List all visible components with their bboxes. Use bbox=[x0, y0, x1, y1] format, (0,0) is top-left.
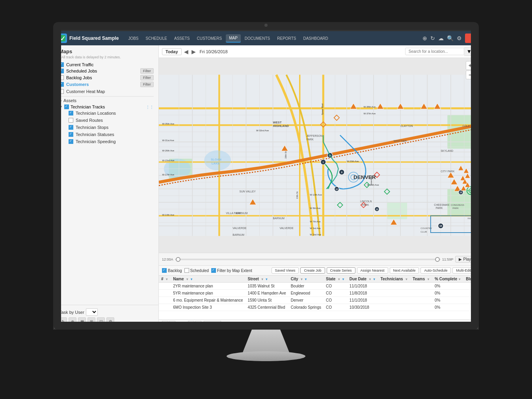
svg-text:VILLA PARK: VILLA PARK bbox=[226, 212, 241, 214]
col-state[interactable]: State ▼ ▼ bbox=[324, 276, 347, 283]
jobs-toolbar: Backlog Scheduled Filter by Map Extent bbox=[159, 266, 478, 276]
svg-text:BARNUM: BARNUM bbox=[273, 217, 285, 220]
map-zoom-controls: + − bbox=[466, 61, 474, 79]
cloud-icon[interactable]: ☁ bbox=[438, 35, 444, 41]
svg-text:W 7th Ave: W 7th Ave bbox=[310, 220, 321, 223]
tech-tracks-checkbox[interactable] bbox=[64, 104, 69, 109]
timeline-thumb-right[interactable] bbox=[435, 257, 440, 262]
tool-expand[interactable]: ⊞ bbox=[87, 317, 95, 325]
backlog-filter-label: Backlog bbox=[168, 268, 182, 273]
svg-text:SUN VALLEY: SUN VALLEY bbox=[239, 190, 256, 193]
sidebar-tools: ✎ ⊕ ▦ ⊞ ◫ ⚙ bbox=[59, 317, 154, 325]
next-page-btn[interactable]: ▶ bbox=[188, 321, 194, 327]
layer-current-traffic: Current Traffic bbox=[59, 62, 154, 67]
settings-icon[interactable]: ⚙ bbox=[457, 35, 462, 41]
col-due-date[interactable]: Due Date ▼ ▼ bbox=[347, 276, 378, 283]
map-extent-checkbox[interactable] bbox=[211, 268, 216, 273]
nav-assets[interactable]: ASSETS bbox=[171, 35, 193, 42]
tech-stops-checkbox[interactable] bbox=[69, 125, 73, 130]
nav-map[interactable]: MAP bbox=[226, 34, 241, 43]
tech-routes-checkbox[interactable] bbox=[69, 118, 73, 123]
scheduled-filter-checkbox[interactable] bbox=[184, 268, 189, 273]
cell-city: Englewood bbox=[288, 290, 324, 297]
first-page-btn[interactable]: ⏮ bbox=[162, 321, 168, 327]
play-btn[interactable]: ▶ Play bbox=[455, 256, 474, 263]
timeline: 12:00A 11:59P ▶ Play bbox=[159, 253, 478, 265]
tech-expand-icon: ▼ bbox=[59, 105, 63, 109]
create-series-btn[interactable]: Create Series bbox=[327, 267, 355, 274]
tech-speeding-checkbox[interactable] bbox=[69, 139, 73, 144]
nav-customers[interactable]: CUSTOMERS bbox=[193, 35, 225, 42]
assets-header[interactable]: ▶ Assets bbox=[59, 98, 154, 103]
layer-backlog-checkbox[interactable] bbox=[59, 75, 64, 80]
timeline-end: 11:59P bbox=[442, 257, 454, 261]
layer-traffic-checkbox[interactable] bbox=[59, 62, 64, 67]
col-city[interactable]: City ▼ ▼ bbox=[288, 276, 324, 283]
zoom-in-btn[interactable]: + bbox=[466, 61, 474, 70]
layer-customers-checkbox[interactable] bbox=[59, 82, 64, 87]
refresh-icon[interactable]: ↻ bbox=[430, 35, 435, 41]
search-icon[interactable]: 🔍 bbox=[447, 35, 454, 41]
jobs-table-wrapper[interactable]: # ▼ Name ▼ ▼ Street ▼ ▼ City ▼ ▼ State ▼… bbox=[159, 276, 478, 319]
task-dropdown[interactable] bbox=[86, 308, 98, 316]
scheduled-filter-btn[interactable]: Filter bbox=[140, 68, 154, 74]
layer-scheduled-checkbox[interactable] bbox=[59, 69, 64, 73]
col-name[interactable]: Name ▼ ▼ bbox=[171, 276, 245, 283]
backlog-filter-btn[interactable]: Filter bbox=[140, 75, 154, 80]
assign-nearest-btn[interactable]: Assign Nearest bbox=[357, 267, 388, 274]
svg-text:BARNUM: BARNUM bbox=[233, 233, 244, 236]
table-row[interactable]: 2YR maintenance plan 1035 Walnut St Boul… bbox=[159, 283, 478, 290]
last-page-btn[interactable]: ⏭ bbox=[195, 321, 201, 327]
nav-jobs[interactable]: JOBS bbox=[125, 35, 141, 42]
nav-dashboard[interactable]: DASHBOARD bbox=[300, 35, 331, 42]
tool-pencil[interactable]: ✎ bbox=[59, 317, 67, 325]
svg-text:COLE: COLE bbox=[463, 125, 470, 127]
tool-add[interactable]: ⊕ bbox=[69, 317, 76, 325]
user-avatar[interactable] bbox=[465, 34, 474, 43]
auto-schedule-btn[interactable]: Auto-Schedule bbox=[420, 267, 451, 274]
table-row[interactable]: 6MO Inspection Site 3 4325 Centennial Bl… bbox=[159, 304, 478, 311]
search-button[interactable]: ▼ bbox=[464, 47, 474, 56]
next-date-btn[interactable]: ▶ bbox=[191, 48, 197, 56]
prev-date-btn[interactable]: ◀ bbox=[183, 48, 189, 56]
layer-customers-label: Customers bbox=[66, 82, 89, 87]
tech-tracks-dots[interactable]: ⋮⋮ bbox=[146, 105, 154, 109]
nav-documents[interactable]: DOCUMENTS bbox=[242, 35, 273, 42]
cell-technicians bbox=[378, 283, 411, 290]
next-available-btn[interactable]: Next Available bbox=[390, 267, 419, 274]
cell-num bbox=[159, 304, 171, 311]
tool-grid[interactable]: ▦ bbox=[78, 317, 86, 325]
multi-edit-btn[interactable]: Multi-Edit bbox=[452, 267, 474, 274]
svg-text:W 3rd Ave: W 3rd Ave bbox=[310, 227, 321, 229]
nav-schedule[interactable]: SCHEDULE bbox=[143, 35, 170, 42]
col-blocked[interactable]: Blocked Reas. bbox=[463, 276, 478, 283]
col-teams[interactable]: Teams ▼ bbox=[410, 276, 432, 283]
col-technicians[interactable]: Technicians ▼ bbox=[378, 276, 411, 283]
tech-statuses-checkbox[interactable] bbox=[69, 132, 73, 137]
create-job-btn[interactable]: Create Job bbox=[300, 267, 325, 274]
col-num[interactable]: # ▼ bbox=[159, 276, 171, 283]
timeline-thumb-left[interactable] bbox=[176, 257, 180, 262]
svg-text:CLAYTON: CLAYTON bbox=[400, 125, 413, 127]
table-row[interactable]: 5YR maintenance plan 1400 E Hampden Ave … bbox=[159, 290, 478, 297]
layer-heatmap-checkbox[interactable] bbox=[59, 89, 64, 94]
tool-layout[interactable]: ◫ bbox=[97, 317, 105, 325]
table-row[interactable]: 6 mo. Equipment Repair & Maintenance 159… bbox=[159, 297, 478, 304]
zoom-out-btn[interactable]: − bbox=[466, 71, 474, 79]
globe-icon[interactable]: ⊕ bbox=[422, 35, 427, 41]
col-street[interactable]: Street ▼ ▼ bbox=[246, 276, 288, 283]
map-area[interactable]: 7 9 14 12 13 18 10 bbox=[159, 58, 478, 253]
items-per-page[interactable]: 50 25 100 bbox=[204, 321, 221, 327]
location-search-input[interactable] bbox=[405, 48, 464, 55]
customers-filter-btn[interactable]: Filter bbox=[140, 82, 154, 87]
divider-1 bbox=[59, 96, 154, 97]
nav-reports[interactable]: REPORTS bbox=[274, 35, 299, 42]
tech-locations-checkbox[interactable] bbox=[69, 111, 73, 116]
prev-page-btn[interactable]: ◀ bbox=[169, 321, 175, 327]
col-pct[interactable]: % Complete▼ bbox=[432, 276, 463, 283]
saved-views-btn[interactable]: Saved Views bbox=[272, 267, 299, 274]
tool-gear[interactable]: ⚙ bbox=[106, 317, 114, 325]
backlog-filter-checkbox[interactable] bbox=[162, 268, 167, 273]
timeline-bar[interactable] bbox=[175, 259, 441, 260]
today-btn[interactable]: Today bbox=[162, 48, 182, 55]
